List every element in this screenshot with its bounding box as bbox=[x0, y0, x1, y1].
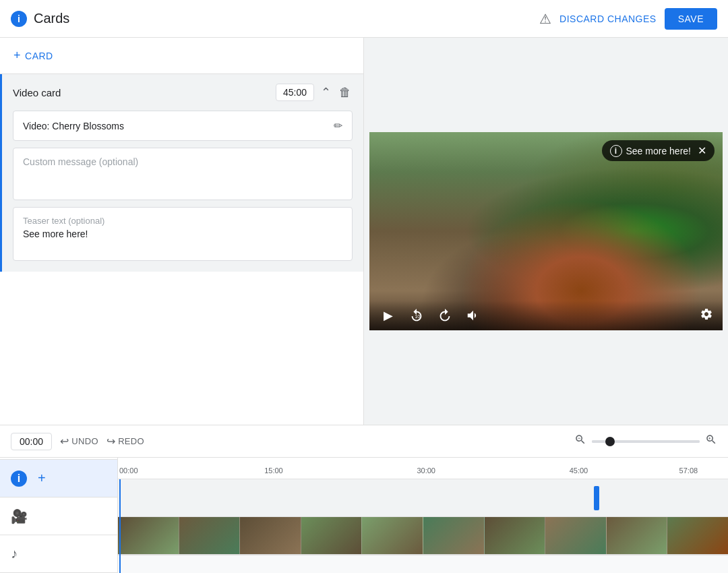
ruler-label-0: 00:00 bbox=[119, 466, 138, 475]
card-item: Video card 45:00 ⌃ 🗑 Video: Cherry Bloss… bbox=[0, 74, 363, 272]
cards-track-row: i + bbox=[0, 460, 117, 497]
teaser-label: Teaser text (optional) bbox=[23, 216, 342, 226]
settings-button[interactable] bbox=[700, 307, 713, 324]
add-card-button[interactable]: + CARD bbox=[13, 49, 53, 63]
video-title: Video: Cherry Blossoms bbox=[23, 121, 124, 131]
add-cards-button[interactable]: + bbox=[38, 471, 46, 486]
info-icon: i bbox=[11, 11, 27, 27]
svg-text:10: 10 bbox=[415, 313, 420, 320]
zoom-in-button[interactable] bbox=[705, 433, 717, 449]
video-thumb-6 bbox=[423, 517, 485, 554]
timeline-left-col: i + 🎥 ♪ bbox=[0, 458, 118, 573]
overlay-close-button[interactable]: ✕ bbox=[698, 144, 706, 157]
ruler-label-45: 45:00 bbox=[570, 466, 588, 475]
track-icons: i + 🎥 ♪ bbox=[0, 460, 117, 573]
play-button[interactable]: ▶ bbox=[379, 306, 398, 325]
app-header: i Cards ⚠ DISCARD CHANGES SAVE bbox=[0, 0, 728, 38]
teaser-area[interactable]: Teaser text (optional) See more here! bbox=[13, 207, 353, 261]
alert-icon: ⚠ bbox=[539, 11, 551, 27]
save-button[interactable]: SAVE bbox=[665, 8, 717, 30]
add-card-label: CARD bbox=[25, 51, 53, 61]
page-title: Cards bbox=[34, 11, 69, 26]
cards-track-icon: i bbox=[11, 471, 27, 487]
ruler-marks: 00:00 15:00 30:00 45:00 57:08 bbox=[118, 458, 728, 479]
audio-track-icon: ♪ bbox=[11, 546, 18, 562]
zoom-slider[interactable] bbox=[592, 440, 700, 443]
video-track-icon: 🎥 bbox=[11, 508, 28, 524]
video-thumb-2 bbox=[179, 517, 241, 554]
edit-icon[interactable]: ✏ bbox=[334, 119, 342, 132]
card-header-right: 45:00 ⌃ 🗑 bbox=[276, 84, 353, 101]
ruler-label-30: 30:00 bbox=[417, 466, 435, 475]
delete-button[interactable]: 🗑 bbox=[338, 84, 353, 101]
video-thumb-7 bbox=[485, 517, 546, 554]
toolbar-left: 00:00 ↩ UNDO ↪ REDO bbox=[11, 433, 144, 450]
playhead bbox=[119, 479, 121, 573]
video-thumb-10 bbox=[667, 517, 728, 554]
time-display[interactable]: 00:00 bbox=[11, 433, 52, 450]
forward-button[interactable] bbox=[435, 306, 454, 325]
ruler-label-end: 57:08 bbox=[679, 466, 698, 475]
overlay-info-icon: i bbox=[610, 145, 622, 157]
video-thumb-4 bbox=[301, 517, 363, 554]
collapse-button[interactable]: ⌃ bbox=[320, 84, 332, 101]
timeline-area: 00:00 ↩ UNDO ↪ REDO bbox=[0, 425, 728, 573]
timeline-ruler: 00:00 15:00 30:00 45:00 57:08 bbox=[118, 458, 728, 479]
zoom-out-button[interactable] bbox=[574, 433, 586, 449]
left-panel: + CARD Video card 45:00 ⌃ 🗑 Video: Cherr… bbox=[0, 38, 364, 425]
card-header: Video card 45:00 ⌃ 🗑 bbox=[2, 74, 363, 111]
custom-message-textarea[interactable] bbox=[23, 156, 342, 189]
redo-icon: ↪ bbox=[107, 435, 115, 448]
header-left: i Cards bbox=[11, 11, 69, 27]
video-thumb-5 bbox=[362, 517, 423, 554]
ruler-label-15: 15:00 bbox=[264, 466, 283, 475]
zoom-knob[interactable] bbox=[605, 437, 615, 446]
discard-changes-button[interactable]: DISCARD CHANGES bbox=[559, 13, 657, 24]
main-content: + CARD Video card 45:00 ⌃ 🗑 Video: Cherr… bbox=[0, 38, 728, 425]
audio-track-row: ♪ bbox=[0, 535, 117, 573]
video-overlay-card: i See more here! ✕ bbox=[602, 140, 715, 161]
cards-track bbox=[118, 479, 728, 517]
timeline-tracks bbox=[118, 479, 728, 573]
video-thumb-1 bbox=[118, 517, 179, 554]
video-controls: ▶ 10 bbox=[369, 301, 723, 330]
card-content: Video: Cherry Blossoms ✏ Teaser text (op… bbox=[2, 111, 363, 272]
video-thumb-9 bbox=[607, 517, 668, 554]
timeline-right-col[interactable]: 00:00 15:00 30:00 45:00 57:08 bbox=[118, 458, 728, 573]
card-marker[interactable] bbox=[594, 486, 599, 510]
plus-icon: + bbox=[13, 49, 21, 63]
timeline-body: i + 🎥 ♪ 00:00 15:00 30:00 bbox=[0, 458, 728, 573]
header-right: ⚠ DISCARD CHANGES SAVE bbox=[539, 8, 717, 30]
rewind-button[interactable]: 10 bbox=[407, 306, 426, 325]
right-panel: i See more here! ✕ ▶ 10 bbox=[364, 38, 728, 425]
audio-track bbox=[118, 555, 728, 573]
video-track bbox=[118, 517, 728, 555]
overlay-card-text: See more here! bbox=[626, 146, 692, 156]
volume-button[interactable] bbox=[464, 306, 483, 325]
card-title: Video card bbox=[13, 87, 61, 98]
teaser-value: See more here! bbox=[23, 229, 342, 239]
video-thumb-8 bbox=[545, 517, 607, 554]
video-thumb-3 bbox=[240, 517, 301, 554]
undo-button[interactable]: ↩ UNDO bbox=[60, 435, 98, 448]
redo-button[interactable]: ↪ REDO bbox=[107, 435, 144, 448]
timeline-toolbar: 00:00 ↩ UNDO ↪ REDO bbox=[0, 425, 728, 458]
undo-icon: ↩ bbox=[60, 435, 69, 448]
controls-left: ▶ 10 bbox=[379, 306, 483, 325]
video-link-row: Video: Cherry Blossoms ✏ bbox=[13, 111, 353, 141]
custom-message-field[interactable] bbox=[13, 148, 353, 200]
video-container: i See more here! ✕ ▶ 10 bbox=[369, 132, 723, 330]
toolbar-right bbox=[574, 433, 717, 449]
card-timestamp[interactable]: 45:00 bbox=[276, 84, 314, 101]
video-track-row: 🎥 bbox=[0, 497, 117, 535]
add-card-bar: + CARD bbox=[0, 38, 363, 74]
